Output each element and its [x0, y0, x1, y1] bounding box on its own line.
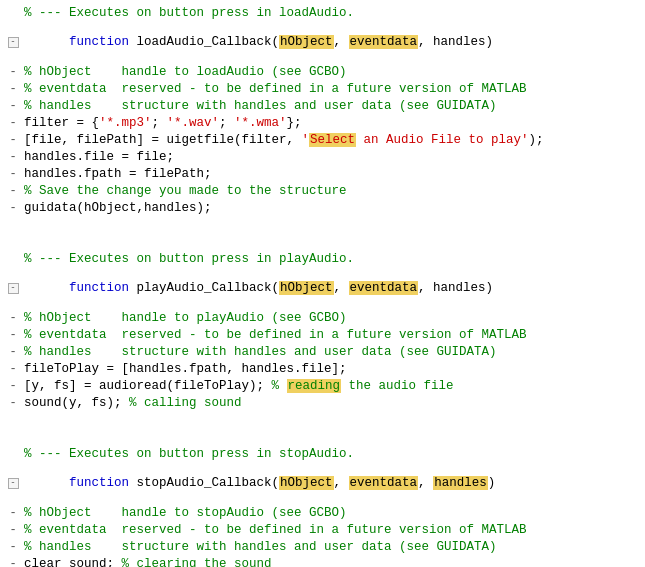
dash-3: - [4, 97, 22, 114]
function-line-1: - function loadAudio_Callback(hObject, e… [0, 21, 645, 63]
code-line: - % Save the change you made to the stru… [0, 182, 645, 199]
function-line-2: - function playAudio_Callback(hObject, e… [0, 267, 645, 309]
dash-15: - [4, 394, 22, 411]
collapse-marker-2[interactable]: - [4, 283, 22, 294]
code-line: - % handles structure with handles and u… [0, 538, 645, 555]
dash-2: - [4, 80, 22, 97]
code-line: - % eventdata reserved - to be defined i… [0, 326, 645, 343]
empty-line [0, 428, 645, 445]
dash-5: - [4, 131, 22, 148]
dash-13: - [4, 360, 22, 377]
empty-line [0, 216, 645, 233]
code-line: - fileToPlay = [handles.fpath, handles.f… [0, 360, 645, 377]
empty-line [0, 233, 645, 250]
dash-17: - [4, 521, 22, 538]
code-line: - [y, fs] = audioread(fileToPlay); % rea… [0, 377, 645, 394]
code-line: - sound(y, fs); % calling sound [0, 394, 645, 411]
function-line-3: - function stopAudio_Callback(hObject, e… [0, 462, 645, 504]
code-line: - handles.fpath = filePath; [0, 165, 645, 182]
code-line: - clear sound; % clearing the sound [0, 555, 645, 567]
collapse-marker-3[interactable]: - [4, 478, 22, 489]
code-line: - filter = {'*.mp3'; '*.wav'; '*.wma'}; [0, 114, 645, 131]
empty-line [0, 411, 645, 428]
code-line: - handles.file = file; [0, 148, 645, 165]
comment-line-2: % --- Executes on button press in playAu… [0, 250, 645, 267]
code-line: - % handles structure with handles and u… [0, 97, 645, 114]
collapse-btn-1[interactable]: - [8, 37, 19, 48]
dash-9: - [4, 199, 22, 216]
code-line: - % hObject handle to loadAudio (see GCB… [0, 63, 645, 80]
dash-7: - [4, 165, 22, 182]
collapse-btn-2[interactable]: - [8, 283, 19, 294]
comment-line-3: % --- Executes on button press in stopAu… [0, 445, 645, 462]
code-line: - % hObject handle to playAudio (see GCB… [0, 309, 645, 326]
comment-line-1: % --- Executes on button press in loadAu… [0, 4, 645, 21]
code-line: - guidata(hObject,handles); [0, 199, 645, 216]
dash-19: - [4, 555, 22, 567]
dash-8: - [4, 182, 22, 199]
code-line: - % eventdata reserved - to be defined i… [0, 80, 645, 97]
code-line: - [file, filePath] = uigetfile(filter, '… [0, 131, 645, 148]
dash-16: - [4, 504, 22, 521]
dash-6: - [4, 148, 22, 165]
dash-11: - [4, 326, 22, 343]
collapse-marker-1[interactable]: - [4, 37, 22, 48]
dash-4: - [4, 114, 22, 131]
code-line: - % hObject handle to stopAudio (see GCB… [0, 504, 645, 521]
dash-12: - [4, 343, 22, 360]
code-line: - % eventdata reserved - to be defined i… [0, 521, 645, 538]
collapse-btn-3[interactable]: - [8, 478, 19, 489]
dash-1: - [4, 63, 22, 80]
dash-18: - [4, 538, 22, 555]
dash-14: - [4, 377, 22, 394]
dash-10: - [4, 309, 22, 326]
code-line: - % handles structure with handles and u… [0, 343, 645, 360]
code-editor: % --- Executes on button press in loadAu… [0, 0, 645, 567]
